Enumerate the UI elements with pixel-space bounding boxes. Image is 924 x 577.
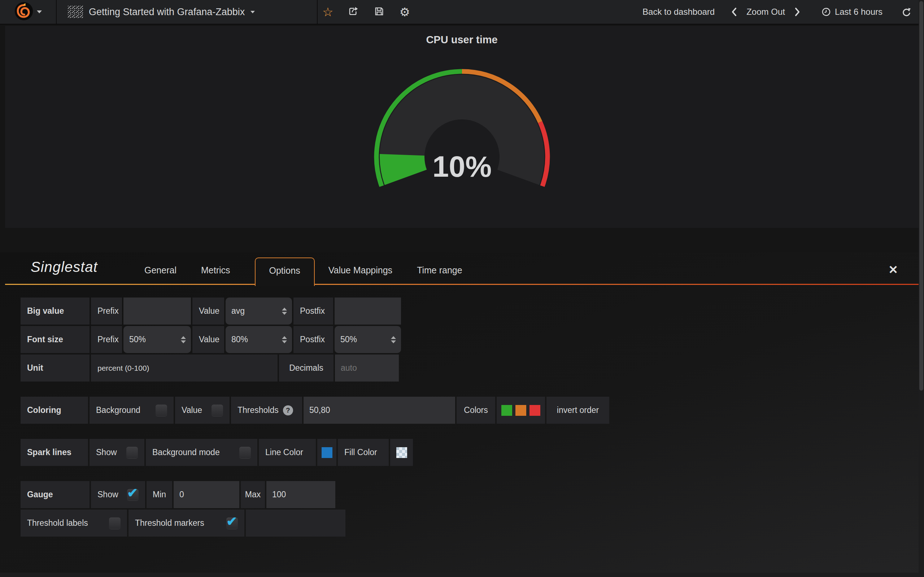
min-input-cell <box>174 481 239 508</box>
big-value-row: Big value Prefix Value avg Postfix <box>21 298 924 324</box>
grafana-logo-icon <box>15 2 33 22</box>
select-arrows-icon <box>282 308 287 315</box>
line-color-cell <box>317 439 336 466</box>
decimals-label: Decimals <box>279 355 333 382</box>
tab-options[interactable]: Options <box>255 258 315 286</box>
panel-title[interactable]: CPU user time <box>5 26 919 46</box>
coloring-row: Coloring Background Value Thresholds ? C… <box>21 397 924 424</box>
coloring-label: Coloring <box>21 397 88 424</box>
max-input-cell <box>267 481 335 508</box>
background-mode-checkbox[interactable] <box>239 447 251 458</box>
gauge-show-checkbox[interactable]: ✔ <box>127 489 139 501</box>
tab-general[interactable]: General <box>144 258 176 285</box>
grafana-screen: Getting Started with Grafana-Zabbix ☆ <box>0 0 924 577</box>
scrollbar-thumb[interactable] <box>919 1 923 390</box>
big-value-prefix-input[interactable] <box>123 298 191 324</box>
tab-metrics[interactable]: Metrics <box>201 258 230 285</box>
spark-lines-label: Spark lines <box>21 439 88 466</box>
background-checkbox[interactable] <box>155 405 167 416</box>
background-label: Background <box>96 405 141 415</box>
threshold-color-swatch-orange[interactable] <box>515 405 526 416</box>
prefix-input-cell <box>123 298 191 324</box>
font-size-row: Font size Prefix 50% Value 80% Postfix 5… <box>21 326 924 353</box>
font-size-label: Font size <box>21 326 89 353</box>
prefix-label: Prefix <box>91 326 122 353</box>
top-navbar: Getting Started with Grafana-Zabbix ☆ <box>0 0 924 24</box>
dashboard-grid-icon <box>68 6 83 18</box>
line-color-label: Line Color <box>259 439 316 466</box>
max-label: Max <box>241 481 265 508</box>
coloring-value-cell: Value <box>175 397 229 424</box>
time-shift-right-icon[interactable] <box>794 7 801 17</box>
line-color-swatch[interactable] <box>321 447 333 458</box>
share-icon[interactable] <box>347 5 359 18</box>
threshold-markers-checkbox[interactable]: ✔ <box>226 517 238 529</box>
threshold-labels-label: Threshold labels <box>27 518 88 528</box>
postfix-input-cell <box>334 298 401 324</box>
refresh-icon[interactable] <box>901 7 912 17</box>
gauge-show-cell: Show ✔ <box>91 481 145 508</box>
editor-tabbar: Singlestat General Metrics Options Value… <box>0 253 924 285</box>
favorite-star-icon[interactable]: ☆ <box>322 6 333 18</box>
threshold-markers-label: Threshold markers <box>135 518 204 528</box>
navbar-separator-2 <box>317 0 318 24</box>
big-value-label: Big value <box>21 298 89 324</box>
invert-order-button[interactable]: invert order <box>546 397 609 424</box>
fill-color-swatch[interactable] <box>396 447 407 458</box>
clock-icon <box>821 7 831 17</box>
settings-gear-icon[interactable]: ⚙ <box>399 6 410 18</box>
coloring-background-cell: Background <box>89 397 174 424</box>
gauge-min-input[interactable] <box>174 481 239 508</box>
save-icon[interactable] <box>373 6 385 18</box>
select-arrows-icon <box>282 336 287 343</box>
unit-picker[interactable]: percent (0-100) <box>91 355 278 382</box>
big-value-postfix-input[interactable] <box>334 298 401 324</box>
gauge-value-arc <box>402 155 405 177</box>
threshold-markers-cell: Threshold markers ✔ <box>129 509 244 537</box>
panel-type-title: Singlestat <box>31 259 98 275</box>
value-size-select[interactable]: 80% <box>226 326 292 353</box>
threshold-labels-checkbox[interactable] <box>109 517 121 529</box>
value-stat-select[interactable]: avg <box>226 298 292 324</box>
close-editor-icon[interactable]: ✕ <box>888 264 898 276</box>
time-shift-left-icon[interactable] <box>730 7 738 17</box>
dashboard-title: Getting Started with Grafana-Zabbix <box>89 6 245 18</box>
logo-dropdown-caret-icon <box>37 10 42 13</box>
spark-show-cell: Show <box>89 439 144 466</box>
threshold-color-swatch-red[interactable] <box>530 405 540 416</box>
postfix-size-selected: 50% <box>340 335 357 344</box>
grafana-logo-menu[interactable] <box>0 0 56 24</box>
show-label: Show <box>97 490 118 500</box>
colors-label: Colors <box>457 397 495 424</box>
decimals-input[interactable] <box>335 355 399 382</box>
threshold-labels-cell: Threshold labels <box>21 509 127 537</box>
threshold-color-swatch-green[interactable] <box>501 405 512 416</box>
prefix-size-select[interactable]: 50% <box>123 326 191 353</box>
page-scrollbar[interactable] <box>919 0 924 577</box>
gauge: 10% <box>368 69 556 204</box>
gauge-value-text: 10% <box>432 150 491 183</box>
postfix-size-select[interactable]: 50% <box>334 326 401 353</box>
thresholds-label-cell: Thresholds ? <box>231 397 302 424</box>
thresholds-input[interactable] <box>304 397 455 424</box>
fill-color-label: Fill Color <box>338 439 389 466</box>
fill-color-cell <box>390 439 413 466</box>
back-to-dashboard-button[interactable]: Back to dashboard <box>643 7 715 17</box>
prefix-size-selected: 50% <box>129 335 146 344</box>
panel-editor: Singlestat General Metrics Options Value… <box>0 253 924 577</box>
dashboard-caret-icon <box>250 11 255 13</box>
value-checkbox[interactable] <box>212 405 223 416</box>
select-arrows-icon <box>391 336 396 343</box>
colors-swatches-cell <box>497 397 545 424</box>
bottom-strip <box>0 573 919 577</box>
navbar-separator <box>56 0 57 24</box>
time-range-picker[interactable]: Last 6 hours <box>835 7 882 17</box>
background-mode-cell: Background mode <box>146 439 257 466</box>
tab-value-mappings[interactable]: Value Mappings <box>328 258 393 285</box>
zoom-out-button[interactable]: Zoom Out <box>746 7 785 17</box>
thresholds-help-icon[interactable]: ? <box>283 405 293 416</box>
spark-show-checkbox[interactable] <box>126 447 138 458</box>
gauge-max-input[interactable] <box>267 481 335 508</box>
dashboard-title-button[interactable]: Getting Started with Grafana-Zabbix <box>68 0 255 24</box>
tab-time-range[interactable]: Time range <box>417 258 462 285</box>
